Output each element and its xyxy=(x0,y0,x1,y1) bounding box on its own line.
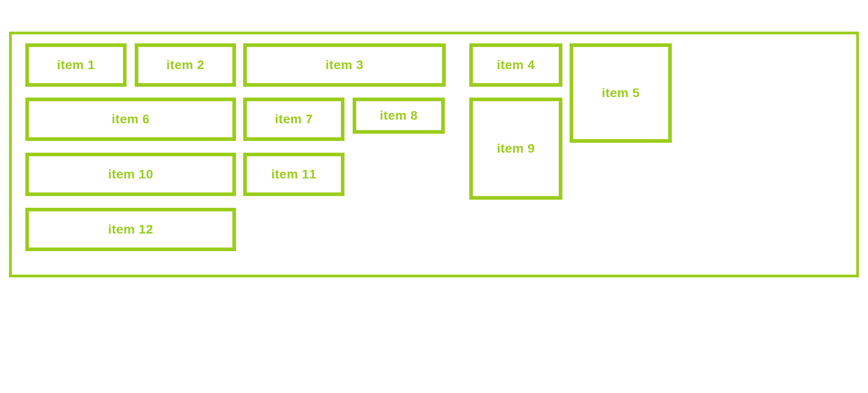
box-item-10: item 10 xyxy=(25,153,236,196)
box-item-6: item 6 xyxy=(25,98,236,141)
box-item-7: item 7 xyxy=(243,98,344,141)
box-label: item 8 xyxy=(380,108,418,123)
box-label: item 1 xyxy=(57,58,95,72)
box-label: item 2 xyxy=(166,58,204,72)
box-item-4: item 4 xyxy=(469,43,562,87)
box-item-9: item 9 xyxy=(469,98,562,200)
box-label: item 10 xyxy=(108,167,153,182)
box-item-8: item 8 xyxy=(353,98,445,134)
diagram-container: item 1 item 2 item 3 item 4 item 5 item … xyxy=(9,32,859,277)
box-label: item 7 xyxy=(275,112,313,126)
box-item-2: item 2 xyxy=(135,43,236,87)
box-item-1: item 1 xyxy=(25,43,127,87)
box-label: item 6 xyxy=(112,112,150,126)
box-item-5: item 5 xyxy=(570,43,672,143)
box-label: item 11 xyxy=(271,167,316,182)
box-label: item 3 xyxy=(326,58,363,72)
box-item-3: item 3 xyxy=(243,43,446,87)
box-label: item 12 xyxy=(108,222,153,237)
box-item-11: item 11 xyxy=(243,153,344,196)
box-label: item 9 xyxy=(497,141,535,156)
box-item-12: item 12 xyxy=(25,208,236,251)
box-label: item 4 xyxy=(497,58,535,72)
box-label: item 5 xyxy=(602,86,640,100)
